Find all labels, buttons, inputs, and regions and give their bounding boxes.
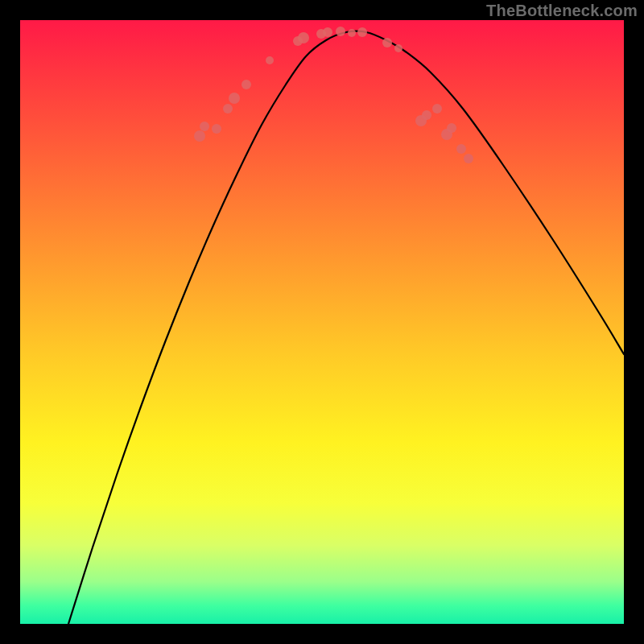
highlight-dot [357,27,367,37]
highlight-dot [298,32,309,43]
highlight-dot [229,93,240,104]
highlight-dot [456,144,466,154]
highlight-dot [336,27,345,36]
highlight-dot [242,80,251,89]
highlight-dot [266,56,274,64]
highlight-dots-group [194,27,473,163]
highlight-dot [432,104,442,114]
highlight-dot [194,130,205,142]
highlight-dot [394,44,402,52]
highlight-dot [223,104,233,114]
highlight-dot [382,38,392,47]
highlight-dot [212,124,221,134]
chart-frame: TheBottleneck.com [0,0,644,644]
chart-svg [20,20,624,624]
highlight-dot [422,110,431,120]
highlight-dot [464,154,473,163]
highlight-dot [323,27,332,37]
bottleneck-curve [68,31,624,624]
chart-plot-area [20,20,624,624]
watermark-text: TheBottleneck.com [486,2,638,20]
highlight-dot [348,29,356,37]
highlight-dot [200,122,209,131]
highlight-dot [447,123,456,133]
